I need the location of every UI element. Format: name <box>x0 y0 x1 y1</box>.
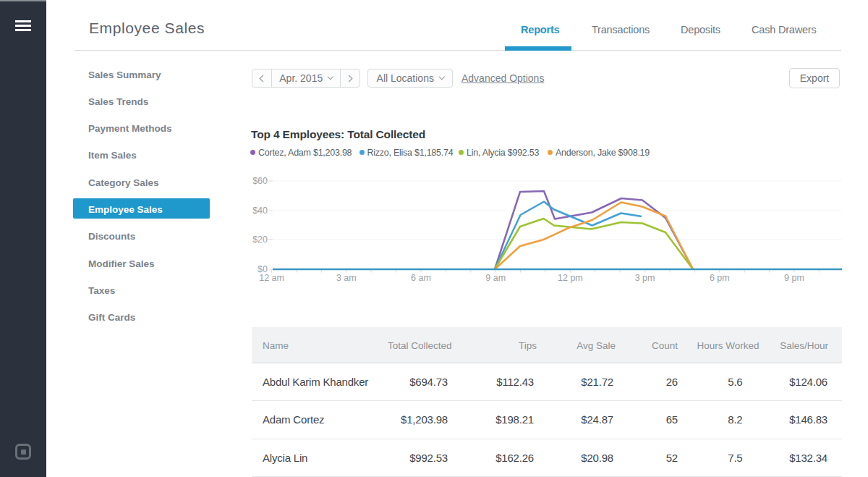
svg-text:$60: $60 <box>252 176 268 186</box>
svg-text:$40: $40 <box>252 206 268 216</box>
svg-text:$20: $20 <box>252 235 268 245</box>
svg-text:3 pm: 3 pm <box>635 273 655 283</box>
svg-text:12 am: 12 am <box>259 273 284 283</box>
svg-text:6 pm: 6 pm <box>710 273 730 283</box>
svg-text:9 am: 9 am <box>485 273 506 283</box>
svg-text:12 pm: 12 pm <box>558 273 583 283</box>
svg-text:6 am: 6 am <box>411 273 431 283</box>
svg-text:9 pm: 9 pm <box>784 273 804 283</box>
svg-text:3 am: 3 am <box>336 273 357 283</box>
